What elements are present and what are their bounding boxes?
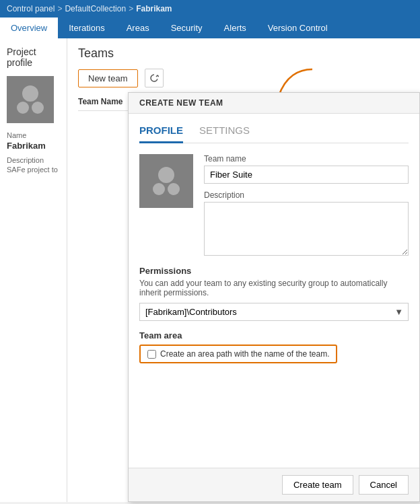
teams-header: New team — [78, 69, 409, 87]
description-form-label: Description — [204, 190, 409, 200]
tab-areas[interactable]: Areas — [116, 17, 160, 38]
team-avatar-head — [158, 167, 174, 183]
team-name-label: Team name — [204, 154, 409, 164]
breadcrumb-fabrikam[interactable]: Fabrikam — [136, 4, 172, 13]
team-name-input[interactable] — [204, 166, 409, 184]
refresh-button[interactable] — [145, 69, 164, 87]
create-team-modal: CREATE NEW TEAM PROFILE SETTINGS — [128, 92, 420, 502]
modal-tab-settings[interactable]: SETTINGS — [199, 124, 250, 143]
project-name: Fabrikam — [7, 141, 60, 151]
tab-version-control[interactable]: Version Control — [257, 17, 339, 38]
team-avatar-icon — [153, 167, 180, 195]
modal-body: PROFILE SETTINGS — [129, 114, 419, 464]
team-avatar — [139, 154, 193, 208]
team-avatar-shoulders — [153, 183, 180, 195]
create-area-path-label: Create an area path with the name of the… — [160, 349, 329, 359]
avatar-shoulders — [17, 102, 44, 114]
modal-tabs: PROFILE SETTINGS — [139, 124, 409, 143]
description-label: Description — [7, 156, 60, 164]
project-avatar — [7, 76, 54, 123]
project-description: SAFe project to — [7, 166, 60, 174]
breadcrumb-sep-1: > — [57, 4, 62, 13]
team-area-checkbox-wrapper[interactable]: Create an area path with the name of the… — [139, 345, 337, 363]
tab-overview[interactable]: Overview — [0, 17, 58, 38]
modal-footer: Create team Cancel — [129, 468, 419, 501]
project-profile-title: Project profile — [7, 46, 60, 68]
tab-security[interactable]: Security — [160, 17, 213, 38]
modal-profile-row: Team name Description — [139, 154, 409, 258]
breadcrumb-default-collection[interactable]: DefaultCollection — [65, 4, 126, 13]
avatar-shoulder-right — [32, 102, 44, 114]
team-avatar-shoulder-left — [153, 183, 165, 195]
permissions-label: Permissions — [139, 266, 409, 276]
permissions-desc: You can add your team to any existing se… — [139, 279, 409, 297]
breadcrumb-control-panel[interactable]: Control panel — [7, 4, 55, 13]
tab-iterations[interactable]: Iterations — [58, 17, 115, 38]
create-team-button[interactable]: Create team — [282, 475, 353, 495]
modal-title: CREATE NEW TEAM — [129, 93, 419, 114]
top-bar: Control panel > DefaultCollection > Fabr… — [0, 0, 420, 17]
form-section: Team name Description — [204, 154, 409, 258]
teams-title: Teams — [78, 46, 409, 61]
permissions-select[interactable]: [Fabrikam]\Contributors — [139, 303, 409, 321]
modal-tab-profile[interactable]: PROFILE — [139, 124, 183, 143]
avatar-shoulder-left — [17, 102, 29, 114]
permissions-select-wrapper: [Fabrikam]\Contributors ▼ — [139, 303, 409, 321]
name-label: Name — [7, 131, 60, 139]
right-panel: Teams New team Team Name — [67, 38, 420, 502]
nav-tabs: Overview Iterations Areas Security Alert… — [0, 17, 420, 38]
left-panel: Project profile Name Fabrikam Descriptio… — [0, 38, 67, 502]
create-area-path-checkbox[interactable] — [147, 350, 156, 359]
main-content: Project profile Name Fabrikam Descriptio… — [0, 38, 420, 502]
description-textarea[interactable] — [204, 202, 409, 256]
new-team-button[interactable]: New team — [78, 69, 138, 87]
avatar-head — [22, 85, 38, 102]
team-area-label: Team area — [139, 330, 409, 340]
tab-alerts[interactable]: Alerts — [213, 17, 257, 38]
cancel-button[interactable]: Cancel — [359, 475, 409, 495]
breadcrumb-sep-2: > — [129, 4, 133, 13]
avatar-icon — [17, 85, 44, 114]
refresh-icon — [149, 73, 159, 83]
permissions-section: Permissions You can add your team to any… — [139, 266, 409, 321]
team-area-section: Team area Create an area path with the n… — [139, 330, 409, 363]
team-avatar-shoulder-right — [168, 183, 180, 195]
